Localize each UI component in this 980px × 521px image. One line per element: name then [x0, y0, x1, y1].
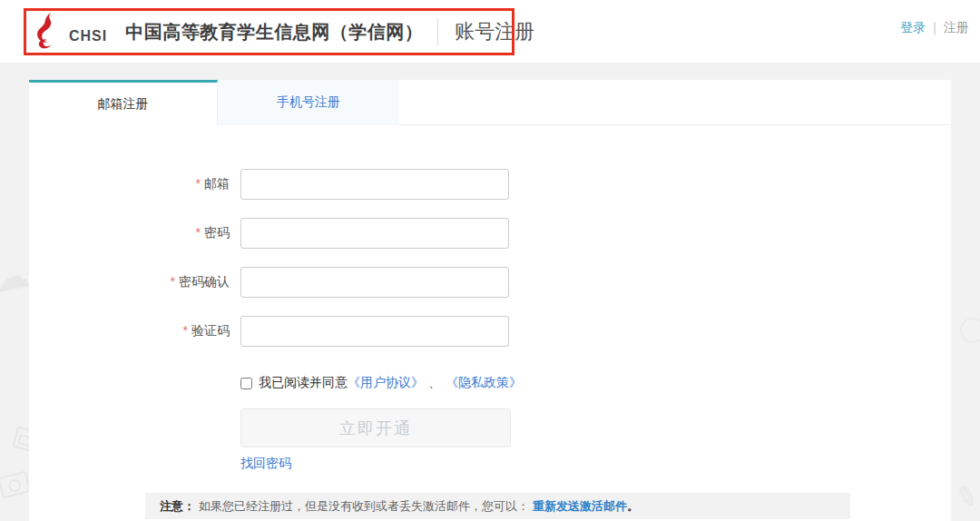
required-marker: * [171, 274, 175, 289]
password-input[interactable] [240, 218, 509, 249]
required-marker: * [196, 225, 201, 240]
auth-links-separator: | [933, 20, 936, 34]
password-field-row: *密码 [59, 218, 951, 249]
forgot-password-link[interactable]: 找回密码 [240, 456, 291, 472]
auth-links: 登录|注册 [900, 20, 969, 36]
logo-group: CHSI 中国高等教育学生信息网（学信网） 账号注册 [33, 0, 534, 64]
decorative-camera-doodle [0, 470, 31, 498]
password-confirm-input[interactable] [240, 267, 509, 298]
notice-text: 如果您已经注册过，但是没有收到或者丢失激活邮件，您可以： [199, 498, 529, 515]
required-marker: * [183, 323, 188, 338]
content-background: ☁ ✎ 邮箱注册 手机号注册 *邮箱 *密码 [0, 64, 980, 521]
agreement-separator: 、 [428, 375, 441, 391]
logo-chsi-text: CHSI [69, 28, 107, 44]
agreement-prefix: 我已阅读并同意 [259, 375, 348, 391]
password-confirm-label-text: 密码确认 [179, 274, 230, 289]
tab-email-register[interactable]: 邮箱注册 [29, 80, 218, 125]
privacy-policy-link[interactable]: 《隐私政策》 [446, 375, 522, 391]
decorative-cloud-doodle: ☁ [0, 252, 33, 300]
email-field-row: *邮箱 [59, 169, 951, 200]
registration-panel: 邮箱注册 手机号注册 *邮箱 *密码 *密码确认 [29, 80, 951, 521]
captcha-input[interactable] [240, 316, 509, 347]
captcha-label-text: 验证码 [191, 323, 230, 338]
notice-suffix: 。 [627, 498, 639, 515]
email-input[interactable] [240, 169, 509, 200]
password-confirm-field-row: *密码确认 [59, 267, 951, 298]
decorative-circle-doodle [960, 318, 980, 343]
notice-prefix: 注意： [160, 498, 195, 515]
user-agreement-link[interactable]: 《用户协议》 [348, 375, 424, 391]
notice-bar: 注意： 如果您已经注册过，但是没有收到或者丢失激活邮件，您可以： 重新发送激活邮… [145, 493, 850, 519]
email-label-text: 邮箱 [204, 176, 230, 191]
required-marker: * [196, 176, 201, 191]
agreement-row: 我已阅读并同意 《用户协议》 、 《隐私政策》 [240, 374, 951, 392]
chsi-phoenix-logo-icon [33, 11, 64, 51]
page-title: 账号注册 [455, 18, 534, 45]
decorative-glyph-doodle: ✎ [951, 478, 980, 516]
password-label-text: 密码 [204, 225, 230, 240]
agreement-checkbox[interactable] [240, 378, 252, 389]
password-label: *密码 [59, 225, 240, 241]
header-divider [437, 18, 438, 45]
site-title: 中国高等教育学生信息网（学信网） [125, 20, 423, 44]
captcha-field-row: *验证码 [59, 316, 951, 347]
register-link[interactable]: 注册 [944, 20, 969, 34]
resend-activation-link[interactable]: 重新发送激活邮件 [533, 498, 627, 515]
submit-button[interactable]: 立即开通 [240, 408, 511, 447]
login-link[interactable]: 登录 [900, 20, 926, 34]
tab-bar: 邮箱注册 手机号注册 [29, 80, 951, 125]
captcha-label: *验证码 [59, 323, 240, 339]
password-confirm-label: *密码确认 [59, 274, 240, 290]
email-label: *邮箱 [59, 176, 240, 192]
registration-form: *邮箱 *密码 *密码确认 *验证码 [29, 125, 951, 519]
header: CHSI 中国高等教育学生信息网（学信网） 账号注册 登录|注册 [0, 0, 980, 64]
tab-phone-register[interactable]: 手机号注册 [218, 80, 399, 125]
